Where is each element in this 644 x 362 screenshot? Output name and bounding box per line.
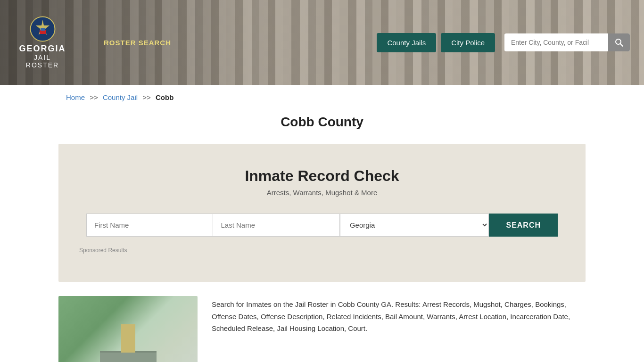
breadcrumb-current: Cobb (156, 93, 173, 101)
logo-area: GEORGIA JAIL ROSTER (14, 16, 71, 69)
inmate-search-form: AlabamaAlaskaArizonaArkansasCaliforniaCo… (86, 214, 558, 237)
bottom-description: Search for Inmates on the Jail Roster in… (212, 296, 586, 335)
inmate-search-button[interactable]: SEARCH (489, 214, 558, 237)
logo-roster: ROSTER (26, 61, 59, 69)
nav-buttons: County Jails City Police (377, 33, 630, 52)
breadcrumb-sep1: >> (90, 93, 98, 101)
logo-jail: JAIL (34, 54, 51, 61)
county-jails-button[interactable]: County Jails (377, 33, 436, 52)
state-select[interactable]: AlabamaAlaskaArizonaArkansasCaliforniaCo… (340, 214, 489, 237)
city-police-button[interactable]: City Police (441, 33, 495, 52)
header-search-input[interactable] (504, 34, 608, 51)
svg-line-5 (620, 44, 623, 47)
page-title: Cobb County (0, 115, 644, 130)
svg-rect-2 (40, 30, 46, 34)
breadcrumb-home[interactable]: Home (66, 93, 85, 101)
breadcrumb-sep2: >> (142, 93, 151, 101)
inmate-record-subtitle: Arrests, Warrants, Mugshot & More (77, 189, 567, 197)
svg-rect-3 (41, 28, 45, 31)
inmate-record-section: Inmate Record Check Arrests, Warrants, M… (58, 144, 586, 282)
georgia-seal-icon (30, 16, 56, 42)
breadcrumb-county-jail[interactable]: County Jail (103, 93, 138, 101)
last-name-input[interactable] (213, 214, 339, 237)
header-search-button[interactable] (608, 33, 630, 51)
header-search-bar (504, 33, 630, 51)
logo-georgia: GEORGIA (19, 44, 66, 54)
search-icon (615, 38, 623, 47)
sponsored-label: Sponsored Results (79, 247, 567, 254)
facility-image (58, 296, 198, 362)
inmate-record-title: Inmate Record Check (77, 167, 567, 185)
first-name-input[interactable] (86, 214, 213, 237)
header: GEORGIA JAIL ROSTER ROSTER SEARCH County… (0, 0, 644, 85)
bottom-section: Search for Inmates on the Jail Roster in… (0, 282, 644, 362)
roster-search-link[interactable]: ROSTER SEARCH (104, 39, 171, 47)
breadcrumb: Home >> County Jail >> Cobb (0, 85, 644, 110)
